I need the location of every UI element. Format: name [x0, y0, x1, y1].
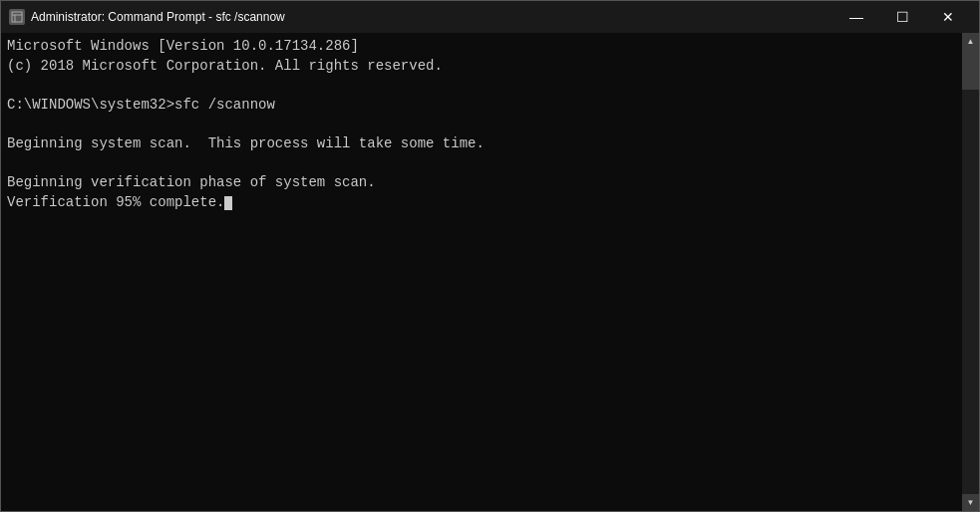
window-controls: — ☐ ✕ [833, 1, 971, 33]
cursor [224, 196, 232, 210]
terminal-line: C:\WINDOWS\system32>sfc /scannow [7, 96, 956, 116]
scrollbar-thumb[interactable] [962, 50, 979, 90]
cmd-window: Administrator: Command Prompt - sfc /sca… [0, 0, 980, 512]
terminal-output[interactable]: Microsoft Windows [Version 10.0.17134.28… [1, 33, 962, 511]
scrollbar[interactable]: ▲ ▼ [962, 33, 979, 511]
scrollbar-track[interactable] [962, 50, 979, 494]
terminal-line: Beginning verification phase of system s… [7, 173, 956, 193]
scroll-up-button[interactable]: ▲ [962, 33, 979, 50]
terminal-line: Verification 95% complete. [7, 193, 956, 213]
scroll-down-button[interactable]: ▼ [962, 494, 979, 511]
title-bar: Administrator: Command Prompt - sfc /sca… [1, 1, 979, 33]
terminal-line [7, 115, 956, 134]
terminal-line: Beginning system scan. This process will… [7, 134, 956, 154]
window-icon [9, 9, 25, 25]
terminal-line [7, 154, 956, 174]
terminal-line: (c) 2018 Microsoft Corporation. All righ… [7, 57, 956, 77]
terminal-line [7, 76, 956, 96]
window-title: Administrator: Command Prompt - sfc /sca… [31, 10, 833, 24]
terminal-line: Microsoft Windows [Version 10.0.17134.28… [7, 37, 956, 57]
svg-rect-0 [12, 12, 22, 22]
maximize-button[interactable]: ☐ [879, 1, 925, 33]
window-body: Microsoft Windows [Version 10.0.17134.28… [1, 33, 979, 511]
close-button[interactable]: ✕ [925, 1, 971, 33]
minimize-button[interactable]: — [833, 1, 879, 33]
